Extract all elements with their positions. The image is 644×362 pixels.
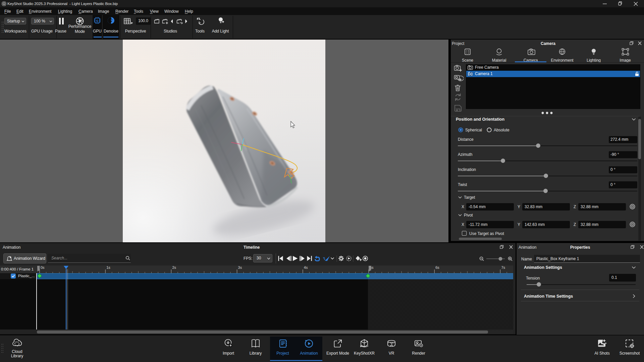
svg-text:Lighting: Lighting — [587, 58, 601, 62]
svg-text:7s: 7s — [501, 265, 505, 269]
svg-text:Material: Material — [492, 58, 506, 62]
svg-text:Environment: Environment — [551, 58, 574, 62]
svg-text:2s: 2s — [172, 265, 176, 269]
svg-text:4s: 4s — [304, 265, 308, 269]
svg-text:G: G — [96, 19, 98, 22]
svg-text:3s: 3s — [238, 265, 242, 269]
svg-text:6s: 6s — [435, 265, 439, 269]
svg-text:P: P — [79, 19, 81, 23]
svg-text:Image: Image — [620, 58, 631, 62]
svg-text:0s: 0s — [41, 265, 45, 269]
svg-text:1s: 1s — [106, 265, 110, 269]
svg-text:Scene: Scene — [462, 58, 473, 62]
